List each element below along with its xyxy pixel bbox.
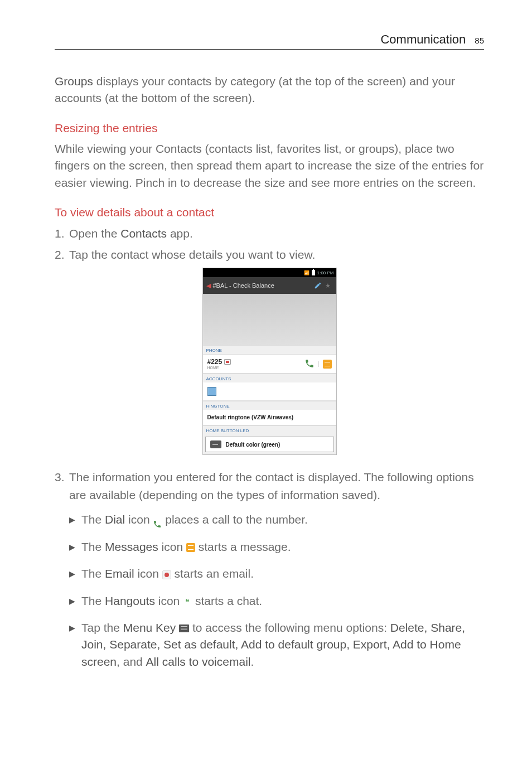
favorite-icon[interactable]: ★ [323,280,333,290]
step-1: 1. Open the Contacts app. [55,225,484,243]
phone-frame: 📶 1:00 PM ◀ #BAL - Check Balance ★ PHONE… [202,268,337,455]
step-2: 2. Tap the contact whose details you wan… [55,246,484,264]
edit-icon[interactable] [313,280,323,290]
label-phone: PHONE [203,345,336,354]
contact-title-bar: ◀ #BAL - Check Balance ★ [203,277,336,294]
signal-icon: 📶 [304,270,309,275]
hangouts-icon: ❝ [183,597,192,606]
groups-description: Groups displays your contacts by categor… [55,73,484,107]
led-row: Default color (green) [205,437,334,452]
step-2-text: Tap the contact whose details you want t… [69,246,484,264]
account-row [203,382,336,401]
page-header: Communication 85 [55,32,484,50]
messages-icon[interactable] [323,360,332,369]
bullet-arrow-icon: ▶ [69,511,81,526]
groups-text: displays your contacts by category (at t… [55,75,455,104]
option-dial: ▶ The Dial icon places a call to the num… [69,511,484,528]
step-number: 1. [55,225,69,243]
page-number: 85 [475,36,484,45]
led-value: Default color (green) [226,442,280,448]
heading-resizing: Resizing the entries [55,122,484,135]
steps-list-continued: 3. The information you entered for the c… [55,468,484,680]
option-email: ▶ The Email icon starts an email. [69,565,484,582]
menu-key-icon [179,624,189,632]
step-number: 2. [55,246,69,264]
label-led: HOME BUTTON LED [203,425,336,434]
phone-number: #225 [207,358,304,366]
label-accounts: ACCOUNTS [203,374,336,382]
contact-title: #BAL - Check Balance [213,282,313,289]
bullet-arrow-icon: ▶ [69,565,81,580]
dial-icon [153,516,162,525]
step-3-text: The information you entered for the cont… [69,471,474,501]
options-sublist: ▶ The Dial icon places a call to the num… [69,511,484,670]
step-1-text: Open the Contacts app. [69,225,484,243]
header-section-title: Communication [380,32,466,47]
resizing-body: While viewing your Contacts (contacts li… [55,141,484,191]
heading-view-details: To view details about a contact [55,206,484,219]
messages-icon [186,543,195,552]
battery-icon [312,270,315,275]
option-messages: ▶ The Messages icon starts a message. [69,539,484,555]
contact-photo [203,294,336,345]
groups-label: Groups [55,75,93,88]
back-icon[interactable]: ◀ [206,282,211,289]
option-hangouts: ▶ The Hangouts icon ❝ starts a chat. [69,593,484,609]
steps-list: 1. Open the Contacts app. 2. Tap the con… [55,225,484,263]
ringtone-value: Default ringtone (VZW Airwaves) [203,410,336,425]
sim-icon [224,359,231,365]
label-ringtone: RINGTONE [203,401,336,410]
bullet-arrow-icon: ▶ [69,539,81,553]
step-3: 3. The information you entered for the c… [55,468,484,680]
option-menu-key: ▶ Tap the Menu Key to access the followi… [69,619,484,670]
led-color-icon [210,440,221,448]
bullet-arrow-icon: ▶ [69,619,81,634]
status-bar: 📶 1:00 PM [203,268,336,277]
bullet-arrow-icon: ▶ [69,593,81,607]
step-number: 3. [55,468,69,680]
status-time: 1:00 PM [317,270,334,275]
email-icon [162,570,171,579]
phone-number-row: #225 HOME | [203,354,336,374]
account-icon [207,387,216,396]
phone-type: HOME [207,366,304,370]
dial-icon[interactable] [304,359,315,370]
contact-details-screenshot: 📶 1:00 PM ◀ #BAL - Check Balance ★ PHONE… [55,268,484,455]
